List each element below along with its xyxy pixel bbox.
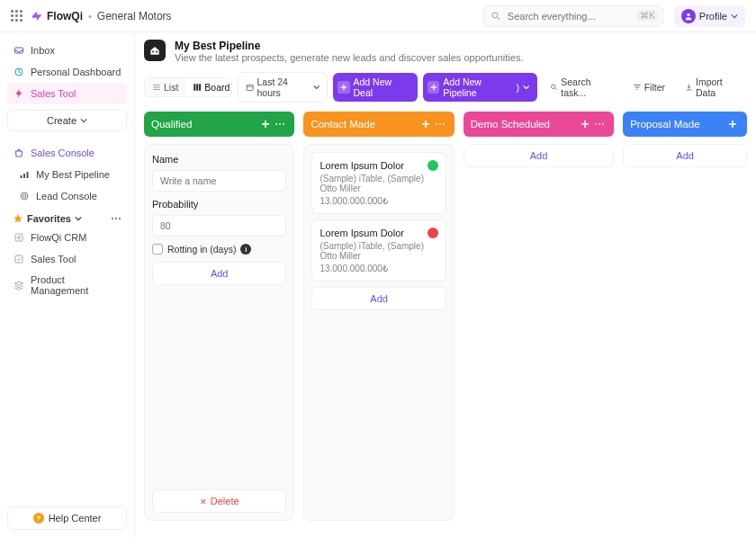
brand-logo[interactable]: FlowQi xyxy=(31,10,83,22)
layers-icon xyxy=(13,279,25,291)
proposal-add-button[interactable]: Add xyxy=(623,144,747,167)
column-more-icon[interactable] xyxy=(273,117,287,131)
svg-point-28 xyxy=(552,85,555,88)
plus-icon xyxy=(338,81,349,94)
add-pipeline-label: Add New Pipeline xyxy=(443,76,512,98)
import-button[interactable]: Import Data xyxy=(678,73,747,102)
svg-point-0 xyxy=(492,13,498,18)
view-list[interactable]: List xyxy=(145,78,185,96)
card-title: Lorem Ipsum Dolor xyxy=(320,160,437,171)
sidebar-fav-crm[interactable]: FlowQi CRM xyxy=(7,227,127,248)
sidebar-item-lead-console[interactable]: Lead Console xyxy=(7,185,127,207)
svg-rect-19 xyxy=(194,84,196,91)
deal-card[interactable]: Lorem Ipsum Dolor (Sample) iTable, (Samp… xyxy=(311,219,446,282)
list-icon xyxy=(152,83,161,92)
apps-grid-icon[interactable] xyxy=(11,10,23,22)
download-icon xyxy=(685,83,693,92)
deal-card[interactable]: Lorem Ipsum Dolor (Sample) iTable, (Samp… xyxy=(311,152,446,214)
svg-rect-5 xyxy=(21,175,22,178)
view-board[interactable]: Board xyxy=(185,78,232,96)
svg-rect-6 xyxy=(23,174,25,178)
demo-add-button[interactable]: Add xyxy=(464,144,614,167)
filter-button[interactable]: Filter xyxy=(626,78,672,96)
filter-icon xyxy=(633,83,642,92)
bars-icon xyxy=(18,168,31,181)
add-deal-label: Add New Deal xyxy=(354,76,410,98)
sidebar-item-inbox[interactable]: Inbox xyxy=(7,40,127,61)
sidebar-fav-pm[interactable]: Product Management xyxy=(7,270,127,300)
column-title: Demo Scheduled xyxy=(471,119,550,130)
global-search-input[interactable] xyxy=(483,5,663,27)
time-range-selector[interactable]: Last 24 hours xyxy=(238,72,328,103)
svg-line-1 xyxy=(497,17,500,20)
bag-icon xyxy=(13,147,25,159)
rotting-checkbox-row[interactable]: Rotting in (days) i xyxy=(152,242,286,256)
plus-icon xyxy=(428,81,439,94)
column-add-icon[interactable] xyxy=(578,117,592,131)
column-header-proposal: Proposal Made xyxy=(623,112,747,137)
sidebar-label: Sales Console xyxy=(31,148,94,158)
crm-icon xyxy=(13,231,25,244)
sidebar-item-dashboard[interactable]: Personal Dashboard xyxy=(7,61,127,83)
sidebar-label: Product Management xyxy=(31,274,122,296)
column-add-icon[interactable] xyxy=(418,117,433,131)
status-bad-icon xyxy=(428,228,438,238)
column-more-icon[interactable] xyxy=(433,117,447,131)
profile-menu[interactable]: Profile xyxy=(674,5,745,27)
card-amount: 13.000.000.000₺ xyxy=(320,264,437,273)
favorites-more-icon[interactable] xyxy=(111,212,122,225)
info-icon[interactable]: i xyxy=(240,244,251,255)
star-icon xyxy=(13,213,23,224)
sidebar-label: Lead Console xyxy=(36,191,97,201)
card-subtitle: (Sample) iTable, (Sample) Otto Miller xyxy=(320,174,437,193)
qualified-delete-button[interactable]: Delete xyxy=(152,489,286,513)
sidebar-item-sales-tool[interactable]: Sales Tool xyxy=(7,83,127,104)
sidebar-label: Inbox xyxy=(31,45,55,56)
svg-rect-14 xyxy=(152,51,154,53)
view-toggle: List Board xyxy=(144,77,232,97)
add-deal-button[interactable]: Add New Deal xyxy=(333,73,418,102)
qualified-add-button[interactable]: Add xyxy=(152,262,286,285)
column-add-icon[interactable] xyxy=(258,117,273,131)
column-more-icon[interactable] xyxy=(592,117,607,131)
breadcrumb[interactable]: General Motors xyxy=(97,10,172,22)
filter-label: Filter xyxy=(644,82,665,93)
inbox-icon xyxy=(13,44,25,57)
search-icon xyxy=(490,11,501,22)
chevron-down-icon xyxy=(75,215,82,222)
probability-input[interactable] xyxy=(152,215,286,237)
column-header-contact: Contact Made xyxy=(303,112,454,137)
favorites-header[interactable]: Favorites xyxy=(7,207,127,227)
checkbox-icon xyxy=(152,244,163,255)
chevron-down-icon xyxy=(523,84,529,91)
sidebar-item-sales-console[interactable]: Sales Console xyxy=(7,142,127,164)
name-label: Name xyxy=(152,154,286,165)
create-button[interactable]: Create xyxy=(7,110,127,131)
contact-add-button[interactable]: Add xyxy=(311,287,446,310)
column-add-icon[interactable] xyxy=(725,117,740,131)
favorites-label: Favorites xyxy=(27,213,71,224)
column-header-demo: Demo Scheduled xyxy=(464,112,614,137)
sidebar-label: FlowQi CRM xyxy=(31,232,86,243)
rotting-label: Rotting in (days) xyxy=(167,244,236,255)
help-label: Help Center xyxy=(49,513,102,524)
search-tasks[interactable]: Search task... xyxy=(543,73,619,102)
sidebar-item-my-pipeline[interactable]: My Best Pipeline xyxy=(7,164,127,185)
name-input[interactable] xyxy=(152,170,286,192)
card-amount: 13.000.000.000₺ xyxy=(320,196,437,206)
chevron-down-icon xyxy=(80,117,87,124)
dashboard-icon xyxy=(13,66,25,78)
calendar-icon xyxy=(246,83,254,92)
sidebar-label: My Best Pipeline xyxy=(36,169,110,180)
help-center-button[interactable]: ? Help Center xyxy=(7,506,127,530)
sidebar-fav-sales[interactable]: Sales Tool xyxy=(7,248,127,270)
breadcrumb-separator: • xyxy=(88,11,92,22)
create-label: Create xyxy=(47,115,76,126)
chevron-down-icon xyxy=(313,84,320,91)
page-title: My Best Pipeline xyxy=(175,40,523,52)
svg-rect-20 xyxy=(197,84,199,91)
lightning-icon xyxy=(13,87,25,100)
add-pipeline-button[interactable]: Add New Pipeline ) xyxy=(423,73,537,102)
search-shortcut: ⌘K xyxy=(637,10,658,22)
view-board-label: Board xyxy=(204,82,230,93)
